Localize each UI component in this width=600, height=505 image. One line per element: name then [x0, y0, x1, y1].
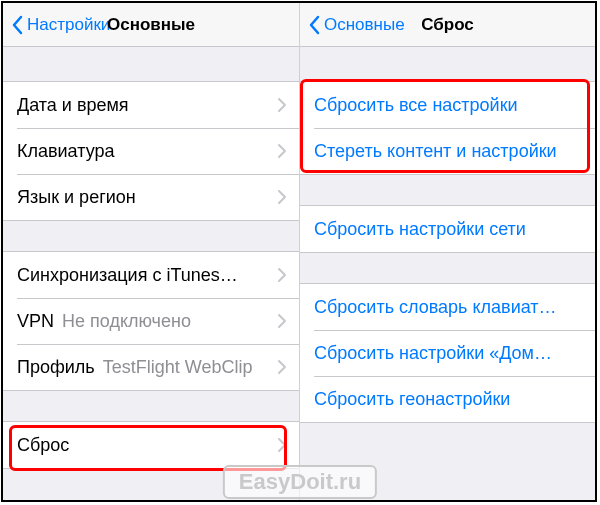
chevron-left-icon	[11, 15, 23, 35]
row-itunes-sync[interactable]: Синхронизация с iTunes…	[3, 252, 299, 298]
action-label: Сбросить настройки сети	[314, 219, 526, 240]
row-keyboard[interactable]: Клавиатура	[3, 128, 299, 174]
chevron-right-icon	[277, 97, 287, 113]
row-language-region[interactable]: Язык и регион	[3, 174, 299, 220]
row-label: Синхронизация с iTunes…	[17, 265, 238, 286]
chevron-right-icon	[277, 437, 287, 453]
row-profile[interactable]: Профиль TestFlight WebClip	[3, 344, 299, 390]
back-button-right[interactable]: Основные	[308, 15, 405, 35]
chevron-left-icon	[308, 15, 320, 35]
left-navbar: Настройки Основные	[3, 3, 299, 47]
left-pane: Настройки Основные Дата и время Клавиату…	[3, 3, 299, 500]
group-reset-other: Сбросить словарь клавиат… Сбросить настр…	[300, 283, 595, 423]
group-reset: Сброс	[3, 421, 299, 469]
right-pane: Основные Сброс Сбросить все настройки Ст…	[299, 3, 595, 500]
group-reset-main: Сбросить все настройки Стереть контент и…	[300, 81, 595, 175]
action-reset-network[interactable]: Сбросить настройки сети	[300, 206, 595, 252]
nav-title-left: Основные	[107, 15, 195, 35]
row-label: Профиль	[17, 357, 95, 378]
row-label: Дата и время	[17, 95, 129, 116]
chevron-right-icon	[277, 267, 287, 283]
action-label: Сбросить все настройки	[314, 95, 518, 116]
action-label: Сбросить словарь клавиат…	[314, 297, 557, 318]
row-value: TestFlight WebClip	[103, 357, 269, 378]
row-vpn[interactable]: VPN Не подключено	[3, 298, 299, 344]
row-label: VPN	[17, 311, 54, 332]
action-reset-all-settings[interactable]: Сбросить все настройки	[300, 82, 595, 128]
row-label: Клавиатура	[17, 141, 115, 162]
row-reset[interactable]: Сброс	[3, 422, 299, 468]
right-content: Сбросить все настройки Стереть контент и…	[300, 47, 595, 500]
nav-title-right: Сброс	[421, 15, 474, 35]
row-value: Не подключено	[62, 311, 269, 332]
action-label: Стереть контент и настройки	[314, 141, 557, 162]
row-label: Сброс	[17, 435, 69, 456]
group-reset-network: Сбросить настройки сети	[300, 205, 595, 253]
chevron-right-icon	[277, 313, 287, 329]
action-reset-home[interactable]: Сбросить настройки «Дом…	[300, 330, 595, 376]
back-button-left[interactable]: Настройки	[11, 15, 110, 35]
action-label: Сбросить настройки «Дом…	[314, 343, 552, 364]
left-content: Дата и время Клавиатура Язык и регион	[3, 47, 299, 500]
chevron-right-icon	[277, 359, 287, 375]
row-date-time[interactable]: Дата и время	[3, 82, 299, 128]
group-date-keyboard-lang: Дата и время Клавиатура Язык и регион	[3, 81, 299, 221]
group-sync-vpn-profile: Синхронизация с iTunes… VPN Не подключен…	[3, 251, 299, 391]
chevron-right-icon	[277, 189, 287, 205]
action-reset-location[interactable]: Сбросить геонастройки	[300, 376, 595, 422]
back-label: Основные	[324, 15, 405, 35]
back-label: Настройки	[27, 15, 110, 35]
action-reset-keyboard-dict[interactable]: Сбросить словарь клавиат…	[300, 284, 595, 330]
chevron-right-icon	[277, 143, 287, 159]
row-label: Язык и регион	[17, 187, 136, 208]
action-erase-content[interactable]: Стереть контент и настройки	[300, 128, 595, 174]
right-navbar: Основные Сброс	[300, 3, 595, 47]
watermark: EasyDoit.ru	[223, 465, 377, 499]
action-label: Сбросить геонастройки	[314, 389, 510, 410]
